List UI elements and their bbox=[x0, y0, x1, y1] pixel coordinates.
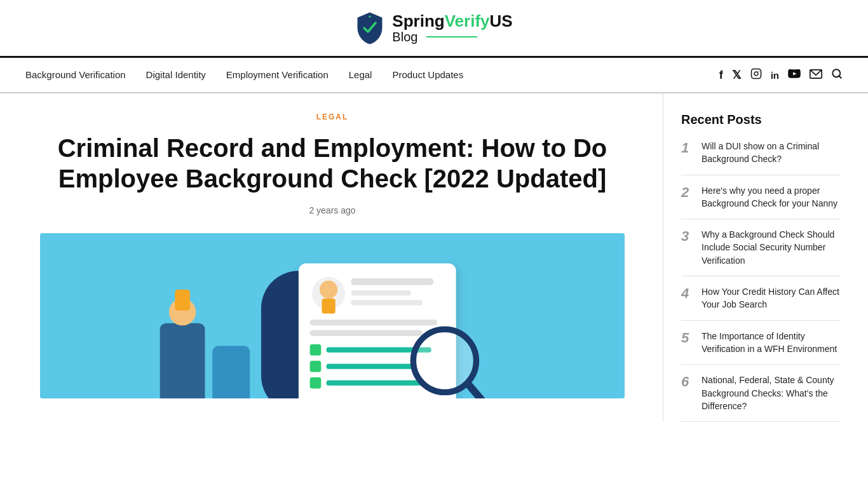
nav-item-digital[interactable]: Digital Identity bbox=[146, 69, 206, 81]
nav-links: Background Verification Digital Identity… bbox=[25, 69, 463, 81]
post-number-2: 2 bbox=[681, 184, 693, 201]
post-number-5: 5 bbox=[681, 330, 693, 346]
recent-post-2[interactable]: 2 Here's why you need a proper Backgroun… bbox=[681, 175, 841, 220]
article-illustration bbox=[40, 233, 625, 398]
nav-item-background[interactable]: Background Verification bbox=[25, 69, 126, 81]
brand-blog: Blog bbox=[392, 30, 512, 44]
svg-point-10 bbox=[320, 281, 337, 299]
svg-rect-26 bbox=[212, 346, 250, 398]
svg-rect-17 bbox=[310, 344, 322, 356]
article-meta: 2 years ago bbox=[40, 205, 625, 215]
post-number-6: 6 bbox=[681, 374, 693, 390]
article-title: Criminal Record and Employment: How to D… bbox=[40, 133, 625, 194]
nav-item-product[interactable]: Product Updates bbox=[392, 69, 463, 81]
sidebar-title: Recent Posts bbox=[681, 112, 841, 127]
facebook-icon[interactable]: f bbox=[719, 69, 723, 82]
shield-icon bbox=[355, 11, 384, 44]
logo[interactable]: SpringVerifyUS Blog bbox=[355, 11, 512, 44]
svg-rect-28 bbox=[175, 290, 190, 311]
recent-post-6[interactable]: 6 National, Federal, State & County Back… bbox=[681, 365, 841, 422]
recent-post-1[interactable]: 1 Will a DUI show on a Criminal Backgrou… bbox=[681, 140, 841, 175]
mail-icon[interactable] bbox=[810, 69, 822, 82]
social-icons: f 𝕏 in bbox=[719, 68, 843, 83]
svg-rect-25 bbox=[160, 323, 205, 398]
brand-name: SpringVerifyUS bbox=[392, 12, 512, 30]
nav-link-employment[interactable]: Employment Verification bbox=[226, 69, 329, 80]
svg-rect-13 bbox=[351, 290, 410, 295]
main-layout: LEGAL Criminal Record and Employment: Ho… bbox=[15, 93, 853, 422]
svg-rect-12 bbox=[351, 278, 433, 285]
post-number-1: 1 bbox=[681, 140, 693, 156]
svg-rect-0 bbox=[751, 69, 761, 78]
recent-post-4[interactable]: 4 How Your Credit History Can Affect You… bbox=[681, 276, 841, 321]
svg-rect-16 bbox=[310, 330, 423, 336]
post-number-3: 3 bbox=[681, 228, 693, 245]
svg-rect-22 bbox=[327, 380, 424, 385]
svg-rect-20 bbox=[327, 363, 417, 369]
main-nav: Background Verification Digital Identity… bbox=[0, 58, 868, 93]
post-number-4: 4 bbox=[681, 285, 693, 302]
nav-link-background[interactable]: Background Verification bbox=[25, 69, 126, 80]
nav-item-employment[interactable]: Employment Verification bbox=[226, 69, 329, 81]
nav-item-legal[interactable]: Legal bbox=[349, 69, 372, 81]
svg-rect-15 bbox=[310, 320, 438, 325]
linkedin-icon[interactable]: in bbox=[771, 70, 779, 81]
instagram-icon[interactable] bbox=[750, 68, 762, 83]
nav-link-legal[interactable]: Legal bbox=[349, 69, 372, 80]
recent-post-3[interactable]: 3 Why a Background Check Should Include … bbox=[681, 219, 841, 276]
svg-line-4 bbox=[839, 76, 841, 78]
article-category: LEGAL bbox=[40, 112, 625, 121]
post-text-4[interactable]: How Your Credit History Can Affect Your … bbox=[702, 285, 841, 311]
article-area: LEGAL Criminal Record and Employment: Ho… bbox=[27, 93, 637, 422]
svg-rect-11 bbox=[322, 299, 335, 314]
youtube-icon[interactable] bbox=[788, 69, 801, 82]
post-text-2[interactable]: Here's why you need a proper Background … bbox=[702, 184, 841, 210]
svg-rect-21 bbox=[310, 377, 322, 389]
twitter-icon[interactable]: 𝕏 bbox=[732, 68, 742, 82]
sidebar: Recent Posts 1 Will a DUI show on a Crim… bbox=[663, 93, 841, 422]
nav-link-digital[interactable]: Digital Identity bbox=[146, 69, 206, 80]
post-text-1[interactable]: Will a DUI show on a Criminal Background… bbox=[702, 140, 841, 166]
post-text-5[interactable]: The Importance of Identity Verification … bbox=[702, 330, 841, 356]
site-header: SpringVerifyUS Blog bbox=[0, 0, 868, 58]
logo-icon bbox=[355, 11, 384, 44]
post-text-3[interactable]: Why a Background Check Should Include So… bbox=[702, 228, 841, 267]
recent-post-5[interactable]: 5 The Importance of Identity Verificatio… bbox=[681, 321, 841, 365]
svg-rect-14 bbox=[351, 300, 422, 305]
svg-rect-19 bbox=[310, 361, 322, 372]
search-icon[interactable] bbox=[831, 68, 843, 83]
article-image bbox=[40, 233, 625, 398]
logo-text: SpringVerifyUS Blog bbox=[392, 12, 512, 44]
post-text-6[interactable]: National, Federal, State & County Backgr… bbox=[702, 374, 841, 412]
nav-link-product[interactable]: Product Updates bbox=[392, 69, 463, 80]
